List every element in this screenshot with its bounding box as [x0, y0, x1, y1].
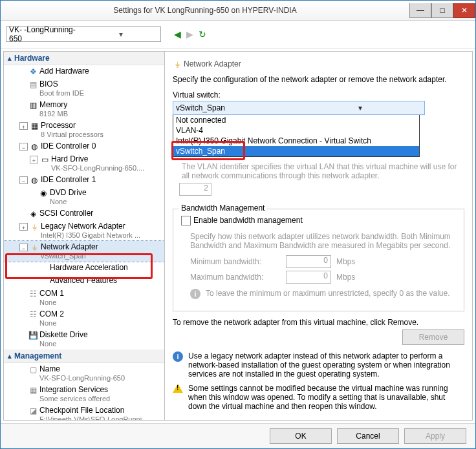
memory-icon: ▥ [28, 100, 38, 110]
tree-integration-services[interactable]: ▦ Integration ServicesSome services offe… [4, 384, 164, 404]
controller-icon: ◍ [29, 175, 39, 185]
bios-icon: ▤ [28, 79, 38, 90]
collapse-icon[interactable]: − [19, 244, 28, 251]
hardware-section-header[interactable]: ▴ Hardware [4, 52, 164, 65]
bandwidth-hint: Specify how this network adapter utilize… [190, 232, 456, 250]
tree-com1[interactable]: ☷ COM 1None [4, 287, 164, 308]
option-intel-i350[interactable]: Intel(R) I350 Gigabit Network Connection… [173, 136, 419, 146]
add-hardware-icon: ❖ [28, 67, 38, 77]
tree-checkpoint-location[interactable]: ◪ Checkpoint File LocationF:\Vineeth-VMs… [4, 404, 164, 420]
virtual-switch-value: vSwitch_Span [176, 103, 299, 112]
bandwidth-legend: Bandwidth Management [178, 204, 267, 213]
tree-hardware-acceleration[interactable]: Hardware Acceleration [4, 262, 164, 275]
tree-ide1[interactable]: −◍ IDE Controller 1 [4, 174, 164, 187]
option-vlan-4[interactable]: VLAN-4 [173, 125, 419, 136]
settings-warning: Some settings cannot be modified because… [188, 384, 464, 411]
tree-pane: ▴ Hardware ❖ Add Hardware ▤ BIOSBoot fro… [3, 51, 165, 421]
expand-icon[interactable]: + [19, 223, 28, 231]
tree-add-hardware[interactable]: ❖ Add Hardware [4, 65, 164, 78]
hard-drive-icon: ▭ [39, 154, 50, 165]
tree-network-adapter[interactable]: −⏚ Network AdaptervSwitch_Span [4, 241, 164, 262]
expand-icon[interactable]: + [19, 122, 28, 130]
name-icon: ▢ [28, 364, 38, 375]
legacy-adapter-info: Use a legacy network adapter instead of … [188, 351, 464, 379]
enable-bandwidth-label: Enable bandwidth management [193, 216, 303, 225]
virtual-switch-combo[interactable]: vSwitch_Span ▾ [173, 101, 425, 115]
network-adapter-icon: ⏚ [175, 59, 180, 68]
com-port-icon: ☷ [28, 309, 38, 320]
scsi-icon: ◈ [28, 209, 38, 219]
detail-header: Network Adapter [184, 59, 241, 68]
diskette-icon: 💾 [28, 330, 38, 340]
tree-scsi[interactable]: ◈ SCSI Controller [4, 207, 164, 220]
vlan-hint: The VLAN identifier specifies the virtua… [182, 162, 464, 180]
toolbar: VK- -LongRunning-650 ▾ ◀ ▶ ↻ [1, 21, 475, 48]
cancel-button[interactable]: Cancel [337, 428, 399, 444]
tree-name[interactable]: ▢ NameVK-SFO-LongRunning-650 [4, 363, 164, 384]
ok-button[interactable]: OK [270, 428, 332, 444]
window-title: Settings for VK LongRunning-650 on HYPER… [1, 6, 409, 15]
tree-ide0[interactable]: −◍ IDE Controller 0 [4, 140, 164, 153]
tree-com2[interactable]: ☷ COM 2None [4, 308, 164, 329]
expand-icon[interactable]: + [30, 156, 38, 163]
titlebar: Settings for VK LongRunning-650 on HYPER… [1, 1, 475, 21]
info-icon: i [173, 351, 183, 362]
collapse-icon: ▴ [8, 352, 12, 360]
mbps-label: Mbps [336, 257, 355, 266]
enable-bandwidth-checkbox[interactable] [181, 216, 191, 225]
max-bandwidth-label: Maximum bandwidth: [190, 273, 281, 282]
tree-dvd[interactable]: ◉ DVD DriveNone [4, 187, 164, 207]
mbps-label: Mbps [336, 273, 355, 282]
legacy-network-icon: ⏚ [29, 222, 39, 232]
bandwidth-zero-hint: To leave the minimum or maximum unrestri… [206, 289, 449, 298]
virtual-switch-label: Virtual switch: [173, 90, 464, 99]
collapse-icon[interactable]: − [19, 143, 28, 151]
vm-selector-value: VK- -LongRunning-650 [9, 25, 83, 43]
management-section-header[interactable]: ▴ Management [4, 350, 164, 363]
com-port-icon: ☷ [28, 289, 38, 299]
min-bandwidth-label: Minimum bandwidth: [190, 257, 281, 266]
virtual-switch-dropdown: Not connected VLAN-4 Intel(R) I350 Gigab… [173, 115, 420, 157]
settings-window: Settings for VK LongRunning-650 on HYPER… [0, 0, 476, 449]
chevron-down-icon: ▾ [299, 103, 422, 112]
vm-selector[interactable]: VK- -LongRunning-650 ▾ [6, 26, 161, 42]
detail-description: Specify the configuration of the network… [173, 75, 464, 84]
option-vswitch-span[interactable]: vSwitch_Span [173, 146, 419, 156]
chevron-down-icon: ▾ [83, 30, 158, 39]
nav-forward-icon: ▶ [186, 29, 193, 39]
option-not-connected[interactable]: Not connected [173, 115, 419, 125]
tree-legacy-network[interactable]: +⏚ Legacy Network AdapterIntel(R) I350 G… [4, 220, 164, 241]
tree-processor[interactable]: +▦ Processor8 Virtual processors [4, 120, 164, 140]
collapse-icon[interactable]: − [19, 176, 28, 184]
tree-bios[interactable]: ▤ BIOSBoot from IDE [4, 78, 164, 99]
integration-icon: ▦ [28, 385, 38, 395]
bandwidth-group: Bandwidth Management Enable bandwidth ma… [173, 209, 464, 311]
remove-description: To remove the network adapter from this … [173, 318, 464, 327]
min-bandwidth-input: 0 [286, 255, 331, 268]
tree-hard-drive[interactable]: +▭ Hard DriveVK-SFO-LongRunning-650.... [4, 153, 164, 174]
maximize-button[interactable]: □ [431, 3, 453, 18]
remove-button: Remove [402, 329, 464, 345]
info-icon: i [190, 289, 200, 299]
dialog-footer: OK Cancel Apply [1, 423, 475, 448]
dvd-icon: ◉ [38, 188, 49, 198]
tree-memory[interactable]: ▥ Memory8192 MB [4, 99, 164, 120]
collapse-icon: ▴ [8, 54, 12, 63]
detail-pane: ⏚ Network Adapter Specify the configurat… [165, 51, 473, 421]
minimize-button[interactable]: — [409, 3, 431, 18]
tree-advanced-features[interactable]: Advanced Features [4, 275, 164, 287]
checkpoint-icon: ◪ [28, 406, 38, 416]
vlan-id-input: 2 [179, 183, 211, 196]
processor-icon: ▦ [29, 121, 39, 131]
tree-diskette[interactable]: 💾 Diskette DriveNone [4, 329, 164, 350]
warning-icon [173, 384, 183, 393]
max-bandwidth-input: 0 [286, 271, 331, 284]
network-adapter-icon: ⏚ [29, 242, 39, 253]
apply-button: Apply [404, 428, 466, 444]
controller-icon: ◍ [29, 141, 39, 152]
nav-back-icon[interactable]: ◀ [174, 29, 181, 39]
refresh-icon[interactable]: ↻ [199, 29, 206, 39]
close-button[interactable]: ✕ [453, 3, 475, 18]
